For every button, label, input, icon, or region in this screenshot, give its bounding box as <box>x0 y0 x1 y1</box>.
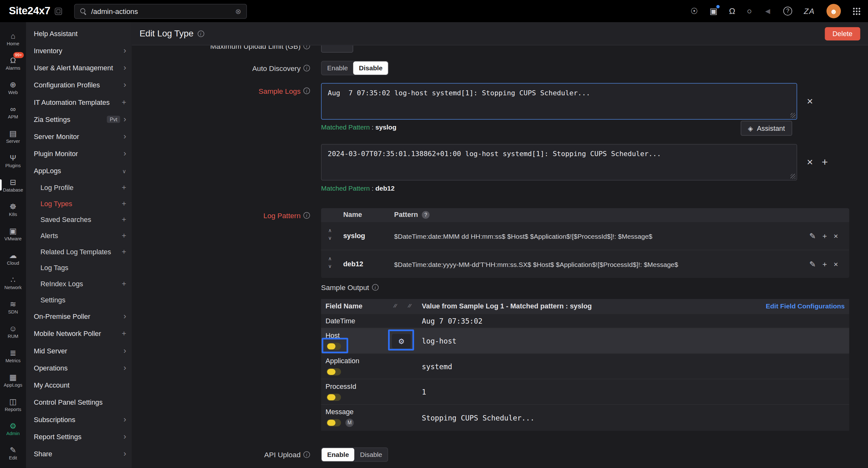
sidebar-item-alerts[interactable]: Alerts <box>26 228 132 244</box>
plus-icon[interactable] <box>122 215 126 223</box>
add-pattern-icon[interactable] <box>823 231 827 240</box>
chevron-down-icon[interactable]: ∨ <box>326 264 334 269</box>
delete-button[interactable]: Delete <box>825 27 860 40</box>
auto-discovery-disable-button[interactable]: Disable <box>353 61 388 75</box>
edit-pattern-icon[interactable] <box>809 260 816 269</box>
plus-icon[interactable] <box>122 231 126 240</box>
auto-discovery-toggle[interactable]: Enable Disable <box>321 61 389 75</box>
rail-item-metrics[interactable]: Metrics <box>0 343 26 368</box>
reorder-handle[interactable]: ∧∨ <box>326 228 334 241</box>
sidebar-item-log-tags[interactable]: Log Tags <box>26 260 132 276</box>
rail-item-network[interactable]: Network <box>0 270 26 294</box>
sidebar-item-reindex-logs[interactable]: ReIndex Logs <box>26 276 132 292</box>
rail-item-sdn[interactable]: SDN <box>0 294 26 319</box>
rail-item-k8s[interactable]: K8s <box>0 197 26 222</box>
sidebar-item-mid-server[interactable]: Mid Server <box>26 342 132 360</box>
rail-item-cloud[interactable]: Cloud <box>0 246 26 270</box>
chevron-up-icon[interactable]: ∧ <box>326 256 334 261</box>
sidebar-item-report-settings[interactable]: Report Settings <box>26 428 132 445</box>
user-avatar[interactable] <box>827 4 841 18</box>
popout-icon[interactable] <box>55 8 62 15</box>
message-field-toggle[interactable] <box>327 419 341 427</box>
rail-item-edit[interactable]: Edit <box>0 441 26 465</box>
rail-item-home[interactable]: Home <box>0 27 26 51</box>
sidebar-item-operations[interactable]: Operations <box>26 360 132 376</box>
rail-item-server[interactable]: Server <box>0 124 26 149</box>
sidebar-item-share[interactable]: Share <box>26 445 132 462</box>
assistant-button[interactable]: Assistant <box>741 121 792 135</box>
sidebar-item-my-account[interactable]: My Account <box>26 376 132 394</box>
info-icon[interactable] <box>372 284 379 291</box>
delete-pattern-icon[interactable] <box>834 231 838 240</box>
sidebar-item-plugin-monitor[interactable]: Plugin Monitor <box>26 145 132 162</box>
delete-pattern-icon[interactable] <box>834 260 838 269</box>
gift-icon[interactable] <box>709 7 717 15</box>
rail-item-database[interactable]: Database <box>0 173 26 197</box>
upload-limit-input[interactable] <box>321 45 353 53</box>
sidebar-item-server-monitor[interactable]: Server Monitor <box>26 128 132 145</box>
sidebar-item-log-types[interactable]: Log Types <box>26 195 132 212</box>
rail-item-plugins[interactable]: Plugins <box>0 149 26 173</box>
search-input[interactable]: /admin-actions <box>91 7 231 15</box>
sidebar-item-help-assistant[interactable]: Help Assistant <box>26 25 132 42</box>
api-upload-disable-button[interactable]: Disable <box>354 448 388 461</box>
megaphone-icon[interactable] <box>764 7 772 15</box>
column-resize-handle[interactable] <box>409 303 411 308</box>
sidebar-item-control-panel-settings[interactable]: Control Panel Settings <box>26 394 132 411</box>
sidebar-item-log-profile[interactable]: Log Profile <box>26 180 132 196</box>
host-field-settings-button[interactable] <box>392 334 410 348</box>
plus-icon[interactable] <box>122 280 126 288</box>
sample-log-input-2[interactable]: 2024-03-07T07:35:01.138862+01:00 log-hos… <box>321 144 797 181</box>
plus-icon[interactable] <box>122 329 126 338</box>
column-resize-handle[interactable] <box>394 303 397 308</box>
api-upload-enable-button[interactable]: Enable <box>321 448 354 461</box>
info-icon[interactable] <box>197 30 204 37</box>
sidebar-item-zia-settings[interactable]: Zia SettingsPvt <box>26 111 132 128</box>
sidebar-item-settings[interactable]: Settings <box>26 292 132 308</box>
rail-item-apm[interactable]: APM <box>0 100 26 124</box>
sidebar-item-related-log-templates[interactable]: Related Log Templates <box>26 244 132 260</box>
rail-item-vmware[interactable]: VMware <box>0 221 26 246</box>
global-search[interactable]: /admin-actions <box>74 3 247 19</box>
info-icon[interactable] <box>303 87 310 94</box>
help-icon[interactable] <box>783 7 792 15</box>
rail-item-rum[interactable]: RUM <box>0 319 26 343</box>
sidebar-item-mobile-network-poller[interactable]: Mobile Network Poller <box>26 325 132 342</box>
info-icon[interactable] <box>303 212 310 219</box>
status-circle-icon[interactable] <box>747 7 752 15</box>
rail-item-web[interactable]: Web <box>0 75 26 100</box>
chevron-up-icon[interactable]: ∧ <box>326 228 334 233</box>
plus-icon[interactable] <box>122 248 126 256</box>
edit-field-configurations-link[interactable]: Edit Field Configurations <box>766 302 844 310</box>
processid-field-toggle[interactable] <box>327 394 341 401</box>
application-field-toggle[interactable] <box>327 368 341 376</box>
sidebar-item-it-automation-templates[interactable]: IT Automation Templates <box>26 94 132 111</box>
sample-log-input-1[interactable]: Aug 7 07:35:02 log-host systemd[1]: Stop… <box>321 83 797 119</box>
rail-item-applogs[interactable]: AppLogs <box>0 368 26 392</box>
info-icon[interactable] <box>303 45 310 49</box>
reorder-handle[interactable]: ∧∨ <box>326 256 334 269</box>
host-field-toggle[interactable] <box>327 343 341 350</box>
rail-item-admin[interactable]: Admin <box>0 416 26 441</box>
plus-icon[interactable] <box>122 199 126 208</box>
sidebar-item-user-alert-management[interactable]: User & Alert Management <box>26 59 132 76</box>
edit-pattern-icon[interactable] <box>809 231 816 240</box>
clear-search-icon[interactable] <box>235 6 241 16</box>
api-upload-toggle[interactable]: Enable Disable <box>321 447 388 462</box>
sidebar-item-inventory[interactable]: Inventory <box>26 42 132 59</box>
pattern-help-icon[interactable] <box>422 211 430 218</box>
sidebar-item-subscriptions[interactable]: Subscriptions <box>26 411 132 428</box>
sidebar-item-configuration-profiles[interactable]: Configuration Profiles <box>26 76 132 93</box>
notifications-bell-icon[interactable] <box>729 7 735 15</box>
remove-sample-log-1-icon[interactable] <box>804 96 815 107</box>
lightbulb-icon[interactable] <box>690 7 698 15</box>
rail-item-alarms[interactable]: Alarms99+ <box>0 51 26 75</box>
apps-grid-icon[interactable] <box>852 7 860 15</box>
rail-item-reports[interactable]: Reports <box>0 392 26 416</box>
auto-discovery-enable-button[interactable]: Enable <box>321 61 353 75</box>
add-pattern-icon[interactable] <box>823 260 827 269</box>
plus-icon[interactable] <box>122 98 126 106</box>
info-icon[interactable] <box>303 65 310 71</box>
chevron-down-icon[interactable]: ∨ <box>326 236 334 241</box>
sidebar-item-on-premise-poller[interactable]: On-Premise Poller <box>26 308 132 325</box>
